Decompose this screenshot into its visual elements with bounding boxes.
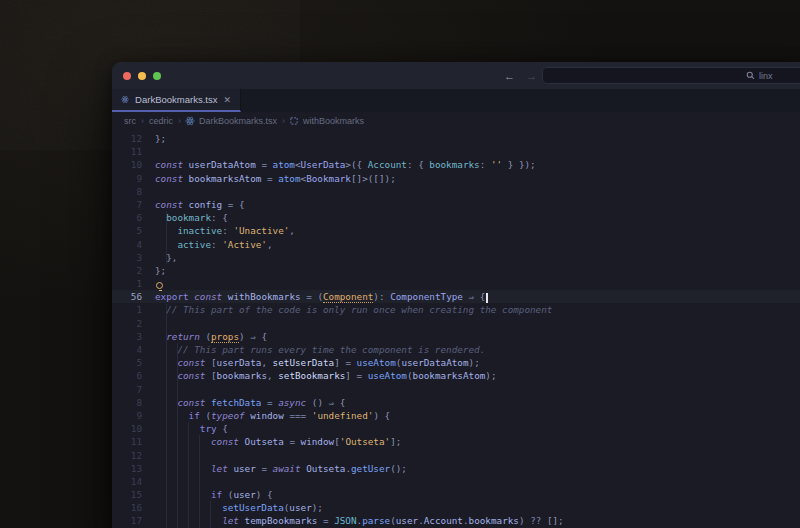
- line-number[interactable]: 16: [112, 501, 142, 514]
- text-cursor: [486, 293, 488, 304]
- line-number[interactable]: 12: [112, 132, 142, 145]
- close-window-button[interactable]: [123, 72, 131, 80]
- lightbulb-icon[interactable]: [156, 282, 163, 289]
- line-number[interactable]: 10: [112, 158, 142, 171]
- line-number[interactable]: 1: [112, 277, 142, 290]
- code-line[interactable]: 10const userDataAtom = atom<UserData>({ …: [112, 158, 800, 171]
- code-line[interactable]: 8: [112, 185, 800, 198]
- line-number[interactable]: 9: [112, 409, 142, 422]
- code-line[interactable]: 15 if (user) {: [112, 488, 800, 501]
- line-number[interactable]: 7: [112, 198, 142, 211]
- code-line[interactable]: 11: [112, 145, 800, 158]
- line-number[interactable]: 14: [112, 475, 142, 488]
- code-text[interactable]: [155, 277, 162, 290]
- breadcrumb-item-file[interactable]: DarkBookmarks.tsx: [199, 116, 277, 126]
- code-line[interactable]: 11 const Outseta = window['Outseta'];: [112, 435, 800, 448]
- code-line-current[interactable]: 56export const withBookmarks = (Componen…: [112, 290, 800, 303]
- code-line[interactable]: 8 const fetchData = async () ⇒ {: [112, 396, 800, 409]
- code-text[interactable]: // This part runs every time the compone…: [155, 343, 485, 356]
- code-line[interactable]: 4 active: 'Active',: [112, 238, 800, 251]
- code-text[interactable]: active: 'Active',: [155, 238, 273, 251]
- breadcrumb-item-cedric[interactable]: cedric: [149, 116, 173, 126]
- code-line[interactable]: 3 return (props) ⇒ {: [112, 330, 800, 343]
- line-number[interactable]: 2: [112, 317, 142, 330]
- react-icon: [185, 116, 195, 126]
- line-number[interactable]: 2: [112, 264, 142, 277]
- breadcrumb-separator: ›: [282, 116, 285, 126]
- line-number[interactable]: 11: [112, 435, 142, 448]
- code-line[interactable]: 12: [112, 449, 800, 462]
- code-line[interactable]: 7const config = {: [112, 198, 800, 211]
- code-line[interactable]: 14: [112, 475, 800, 488]
- line-number[interactable]: 11: [112, 145, 142, 158]
- line-number[interactable]: 4: [112, 343, 142, 356]
- code-text[interactable]: return (props) ⇒ {: [155, 330, 267, 343]
- code-text[interactable]: inactive: 'Unactive',: [155, 224, 295, 237]
- code-line[interactable]: 1: [112, 277, 800, 290]
- line-number[interactable]: 5: [112, 356, 142, 369]
- code-text[interactable]: const bookmarksAtom = atom<Bookmark[]>([…: [155, 172, 396, 185]
- line-number[interactable]: 3: [112, 251, 142, 264]
- code-text[interactable]: const userDataAtom = atom<UserData>({ Ac…: [155, 158, 536, 171]
- code-text[interactable]: const Outseta = window['Outseta'];: [155, 435, 401, 448]
- code-line[interactable]: 10 try {: [112, 422, 800, 435]
- code-text[interactable]: const config = {: [155, 198, 245, 211]
- code-editor[interactable]: 12};1110const userDataAtom = atom<UserDa…: [112, 130, 800, 528]
- line-number[interactable]: 56: [112, 290, 142, 303]
- minimize-window-button[interactable]: [138, 72, 146, 80]
- code-line[interactable]: 3 },: [112, 251, 800, 264]
- title-bar: ← → linx: [112, 62, 800, 89]
- code-line[interactable]: 2};: [112, 264, 800, 277]
- line-number[interactable]: 6: [112, 369, 142, 382]
- tab-darkbookmarks[interactable]: DarkBookmarks.tsx ✕: [112, 89, 241, 112]
- code-line[interactable]: 17 let tempBookmarks = JSON.parse(user.A…: [112, 514, 800, 527]
- code-line[interactable]: 2: [112, 317, 800, 330]
- line-number[interactable]: 6: [112, 211, 142, 224]
- line-number[interactable]: 9: [112, 172, 142, 185]
- line-number[interactable]: 4: [112, 238, 142, 251]
- line-number[interactable]: 7: [112, 383, 142, 396]
- code-line[interactable]: 7: [112, 383, 800, 396]
- code-line[interactable]: 9const bookmarksAtom = atom<Bookmark[]>(…: [112, 172, 800, 185]
- code-line[interactable]: 16 setUserData(user);: [112, 501, 800, 514]
- code-line[interactable]: 5 inactive: 'Unactive',: [112, 224, 800, 237]
- line-number[interactable]: 5: [112, 224, 142, 237]
- code-text[interactable]: setUserData(user);: [155, 501, 323, 514]
- code-text[interactable]: if (user) {: [155, 488, 273, 501]
- code-line[interactable]: 6 const [bookmarks, setBookmarks] = useA…: [112, 369, 800, 382]
- line-number[interactable]: 1: [112, 303, 142, 316]
- tab-label: DarkBookmarks.tsx: [135, 94, 217, 105]
- line-number[interactable]: 13: [112, 462, 142, 475]
- line-number[interactable]: 8: [112, 185, 142, 198]
- line-number[interactable]: 8: [112, 396, 142, 409]
- code-line[interactable]: 12};: [112, 132, 800, 145]
- breadcrumb-item-src[interactable]: src: [124, 116, 136, 126]
- code-text[interactable]: const [userData, setUserData] = useAtom(…: [155, 356, 480, 369]
- line-number[interactable]: 12: [112, 449, 142, 462]
- line-number[interactable]: 15: [112, 488, 142, 501]
- code-text[interactable]: };: [155, 264, 166, 277]
- code-line[interactable]: 13 let user = await Outseta.getUser();: [112, 462, 800, 475]
- code-text[interactable]: export const withBookmarks = (Component)…: [155, 290, 488, 303]
- command-search-box[interactable]: linx: [542, 67, 800, 84]
- close-tab-icon[interactable]: ✕: [223, 95, 231, 105]
- code-text[interactable]: if (typeof window === 'undefined') {: [155, 409, 390, 422]
- navigate-forward-button[interactable]: →: [526, 62, 537, 89]
- code-text[interactable]: let user = await Outseta.getUser();: [155, 462, 407, 475]
- code-text[interactable]: // This part of the code is only run onc…: [155, 303, 552, 316]
- line-number[interactable]: 17: [112, 514, 142, 527]
- navigate-back-button[interactable]: ←: [504, 62, 515, 89]
- code-line[interactable]: 4 // This part runs every time the compo…: [112, 343, 800, 356]
- code-line[interactable]: 9 if (typeof window === 'undefined') {: [112, 409, 800, 422]
- breadcrumb-item-withbookmarks[interactable]: withBookmarks: [303, 116, 364, 126]
- line-number[interactable]: 10: [112, 422, 142, 435]
- code-text[interactable]: };: [155, 132, 166, 145]
- zoom-window-button[interactable]: [153, 72, 161, 80]
- line-number[interactable]: 3: [112, 330, 142, 343]
- code-line[interactable]: 5 const [userData, setUserData] = useAto…: [112, 356, 800, 369]
- code-text[interactable]: const [bookmarks, setBookmarks] = useAto…: [155, 369, 497, 382]
- code-text[interactable]: let tempBookmarks = JSON.parse(user.Acco…: [155, 514, 564, 527]
- code-line[interactable]: 1 // This part of the code is only run o…: [112, 303, 800, 316]
- code-line[interactable]: 6 bookmark: {: [112, 211, 800, 224]
- code-text[interactable]: const fetchData = async () ⇒ {: [155, 396, 345, 409]
